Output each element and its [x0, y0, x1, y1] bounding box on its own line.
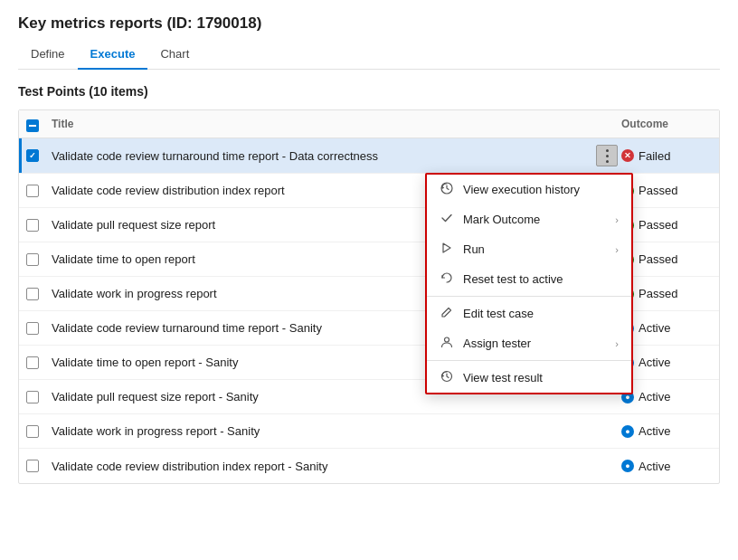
context-menu-item-mark-outcome[interactable]: Mark Outcome › — [427, 204, 631, 234]
context-item-label: Assign tester — [463, 337, 606, 350]
row-outcome: ● Active — [621, 321, 712, 335]
menu-divider — [427, 296, 631, 297]
checkbox-unchecked[interactable] — [26, 425, 39, 438]
row-outcome: ● Active — [621, 424, 712, 438]
row-title: Validate code review turnaround time rep… — [52, 149, 592, 163]
checkbox-unchecked[interactable] — [26, 391, 39, 403]
page-title: Key metrics reports (ID: 1790018) — [18, 14, 720, 33]
context-item-label: Reset test to active — [463, 272, 619, 286]
svg-point-3 — [445, 337, 449, 342]
edit-icon — [440, 306, 454, 321]
row-title: Validate code review distribution index … — [52, 460, 592, 473]
table-row[interactable]: Validate code review distribution index … — [19, 449, 719, 483]
person-icon — [440, 336, 454, 351]
tabs-bar: Define Execute Chart — [18, 42, 720, 70]
checkbox-unchecked[interactable] — [26, 460, 39, 472]
check-icon — [440, 212, 454, 227]
svg-rect-0 — [29, 125, 36, 127]
outcome-active-icon: ● — [621, 460, 634, 472]
context-item-label: Mark Outcome — [463, 213, 606, 226]
row-outcome: ● Active — [621, 390, 712, 403]
row-outcome: ✓ Passed — [621, 184, 712, 197]
title-column-header: Title — [52, 118, 621, 130]
context-menu-item-edit[interactable]: Edit test case — [427, 299, 631, 328]
row-outcome: ✕ Failed — [621, 149, 712, 163]
arrow-icon: › — [615, 214, 619, 225]
result-icon — [440, 370, 454, 385]
row-checkbox[interactable]: ✓ — [26, 149, 52, 162]
row-checkbox[interactable] — [26, 391, 52, 403]
outcome-active-icon: ● — [621, 425, 634, 438]
context-menu-item-run[interactable]: Run › — [427, 234, 631, 264]
header-check[interactable] — [26, 116, 52, 132]
context-item-label: View test result — [463, 371, 619, 384]
row-checkbox[interactable] — [26, 185, 52, 197]
row-checkbox[interactable] — [26, 253, 52, 266]
kebab-button[interactable] — [596, 145, 618, 166]
page-container: Key metrics reports (ID: 1790018) Define… — [0, 0, 738, 498]
row-checkbox[interactable] — [26, 460, 52, 472]
svg-marker-2 — [443, 243, 450, 252]
row-title: Validate work in progress report - Sanit… — [52, 424, 592, 438]
outcome-failed-icon: ✕ — [621, 149, 634, 162]
outcome-column-header: Outcome — [621, 118, 712, 130]
test-points-table: Title Outcome ✓ Validate code review tur… — [18, 109, 720, 484]
context-menu-item-view-history[interactable]: View execution history — [427, 175, 631, 204]
selection-bar — [19, 138, 22, 173]
row-checkbox[interactable] — [26, 219, 52, 232]
arrow-icon: › — [615, 244, 619, 255]
checkbox-unchecked[interactable] — [26, 185, 39, 197]
checkbox-checked[interactable]: ✓ — [26, 149, 39, 162]
context-menu-item-assign[interactable]: Assign tester › — [427, 328, 631, 358]
tab-define[interactable]: Define — [18, 42, 78, 70]
context-item-label: Edit test case — [463, 307, 619, 320]
row-checkbox[interactable] — [26, 288, 52, 300]
reset-icon — [440, 271, 454, 287]
row-outcome: ● Active — [621, 356, 712, 369]
table-row[interactable]: ✓ Validate code review turnaround time r… — [19, 138, 719, 174]
context-item-label: View execution history — [463, 183, 619, 196]
play-icon — [440, 242, 454, 257]
row-checkbox[interactable] — [26, 356, 52, 369]
table-row[interactable]: Validate work in progress report - Sanit… — [19, 414, 719, 449]
context-menu-item-reset[interactable]: Reset test to active — [427, 264, 631, 294]
checkbox-unchecked[interactable] — [26, 253, 39, 266]
table-header: Title Outcome — [19, 110, 719, 138]
context-menu: View execution history Mark Outcome › — [425, 173, 633, 394]
checkbox-unchecked[interactable] — [26, 356, 39, 369]
tab-chart[interactable]: Chart — [147, 42, 202, 70]
row-kebab-action[interactable] — [592, 145, 621, 166]
row-outcome: ✓ Passed — [621, 218, 712, 232]
select-all-checkbox[interactable] — [26, 119, 39, 132]
context-item-label: Run — [463, 242, 606, 256]
row-outcome: ● Active — [621, 460, 712, 473]
menu-divider — [427, 360, 631, 361]
row-checkbox[interactable] — [26, 322, 52, 335]
row-outcome: ✓ Passed — [621, 252, 712, 266]
checkbox-unchecked[interactable] — [26, 288, 39, 300]
row-checkbox[interactable] — [26, 425, 52, 438]
section-title: Test Points (10 items) — [18, 84, 720, 99]
context-menu-item-view-result[interactable]: View test result — [427, 363, 631, 393]
row-outcome: ✓ Passed — [621, 287, 712, 300]
tab-execute[interactable]: Execute — [78, 42, 148, 70]
history-icon — [440, 182, 454, 197]
checkbox-unchecked[interactable] — [26, 322, 39, 335]
checkbox-unchecked[interactable] — [26, 219, 39, 232]
arrow-icon: › — [615, 338, 619, 349]
